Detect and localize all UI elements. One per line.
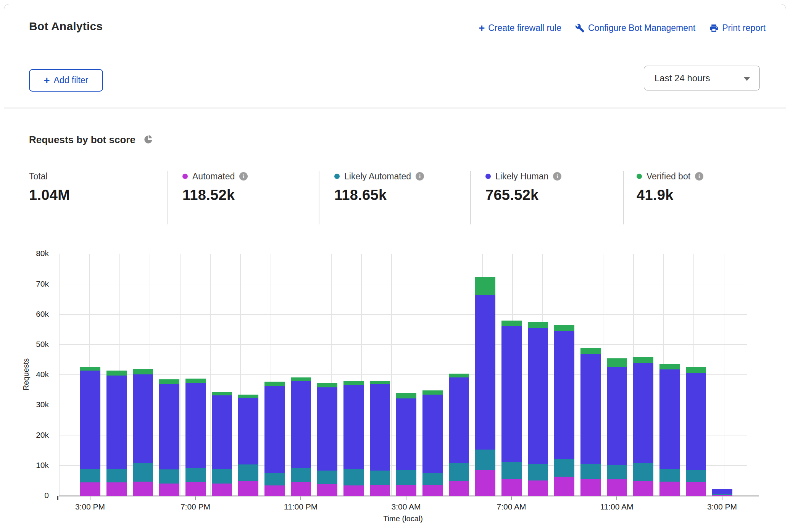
wrench-icon [575, 23, 585, 33]
bar-group[interactable] [475, 277, 495, 496]
bar-segment-verified-bot [291, 377, 311, 381]
bar-segment-likely-human [106, 376, 127, 469]
bar-group[interactable] [264, 382, 285, 496]
bar-segment-verified-bot [422, 390, 443, 395]
bar-segment-likely-human [686, 373, 706, 470]
bar-segment-likely-automated [607, 465, 627, 479]
info-icon[interactable]: i [553, 172, 561, 181]
printer-icon [709, 23, 719, 33]
stat-divider [167, 171, 168, 224]
bar-segment-verified-bot [659, 364, 680, 369]
configure-bot-management-link[interactable]: Configure Bot Management [575, 23, 695, 33]
gridline [59, 254, 747, 255]
bar-segment-likely-human [712, 489, 732, 494]
bar-segment-automated [449, 481, 469, 496]
bar-group[interactable] [686, 367, 706, 496]
bar-group[interactable] [238, 395, 258, 496]
bar-segment-likely-automated [159, 469, 179, 483]
print-report-link[interactable]: Print report [709, 23, 766, 33]
y-axis-tick-label: 40k [0, 370, 49, 379]
bar-group[interactable] [633, 357, 653, 496]
stat-likely-automated-value: 118.65k [334, 187, 424, 203]
time-range-value: Last 24 hours [655, 73, 710, 84]
stat-divider [470, 171, 471, 224]
x-axis-tick-label: 3:00 PM [695, 502, 749, 511]
bar-group[interactable] [291, 377, 311, 496]
bar-group[interactable] [580, 348, 601, 496]
bar-segment-likely-automated [554, 459, 574, 477]
stat-automated-value: 118.52k [182, 187, 248, 203]
stat-likely-human: Likely Human i 765.52k [485, 171, 561, 203]
x-axis-title: Time (local) [376, 514, 430, 523]
info-icon[interactable]: i [239, 172, 248, 181]
bar-segment-verified-bot [633, 357, 653, 363]
likely-automated-legend-dot [334, 174, 340, 179]
bar-segment-verified-bot [212, 392, 232, 396]
stat-divider [623, 171, 624, 224]
bar-segment-likely-human [133, 374, 153, 463]
bar-segment-likely-automated [80, 469, 100, 482]
bar-group[interactable] [501, 321, 522, 496]
bar-segment-likely-human [580, 354, 601, 464]
bar-segment-verified-bot [607, 358, 627, 367]
time-range-select[interactable]: Last 24 hours [644, 66, 760, 90]
x-axis-tick [406, 497, 406, 500]
bar-group[interactable] [607, 358, 627, 496]
bar-segment-verified-bot [317, 383, 337, 387]
x-axis-tick-label: 11:00 AM [590, 502, 643, 511]
bar-segment-verified-bot [449, 374, 469, 377]
bar-group[interactable] [317, 383, 337, 496]
bar-segment-likely-human [185, 383, 206, 468]
bar-group[interactable] [212, 392, 232, 496]
stat-automated: Automated i 118.52k [182, 171, 248, 203]
bar-segment-automated [528, 480, 548, 496]
bar-segment-likely-automated [528, 464, 548, 480]
stat-divider [319, 171, 319, 224]
bar-segment-automated [106, 482, 127, 496]
info-icon[interactable]: i [695, 172, 703, 181]
bar-segment-likely-automated [238, 464, 258, 481]
bar-group[interactable] [449, 374, 469, 496]
add-filter-button[interactable]: + Add filter [29, 69, 103, 92]
x-axis-tick-label: 3:00 AM [379, 502, 433, 511]
bar-group[interactable] [396, 393, 416, 496]
bar-segment-verified-bot [370, 381, 390, 384]
info-icon[interactable]: i [416, 172, 424, 181]
bar-segment-automated [212, 484, 232, 496]
bar-group[interactable] [159, 379, 179, 496]
bar-group[interactable] [422, 390, 443, 496]
x-axis-tick [300, 497, 301, 500]
section-title: Requests by bot score [29, 134, 135, 146]
x-axis-tick-label: 3:00 PM [63, 502, 117, 511]
bar-group[interactable] [528, 322, 548, 496]
bar-group[interactable] [343, 381, 364, 496]
bar-group[interactable] [106, 371, 127, 496]
bar-segment-automated [238, 481, 258, 496]
bar-segment-verified-bot [159, 379, 179, 384]
stat-verified-bot-value: 41.9k [637, 187, 703, 203]
gridline [59, 344, 747, 345]
bar-group[interactable] [185, 379, 206, 496]
bar-segment-likely-human [396, 398, 416, 470]
bar-group[interactable] [80, 367, 100, 496]
stat-likely-automated: Likely Automated i 118.65k [334, 171, 424, 203]
bar-segment-automated [159, 484, 179, 496]
bar-segment-automated [501, 479, 522, 496]
bar-segment-likely-automated [264, 473, 285, 485]
bar-segment-likely-automated [422, 473, 443, 485]
y-axis-tick-label: 60k [0, 310, 49, 319]
bar-segment-likely-human [343, 385, 364, 469]
create-firewall-rule-link[interactable]: + Create firewall rule [479, 23, 561, 33]
bar-segment-automated [264, 485, 285, 496]
bar-group[interactable] [370, 381, 390, 496]
bar-segment-automated [712, 495, 732, 496]
bar-group[interactable] [554, 325, 574, 496]
y-axis-tick-label: 10k [0, 461, 49, 470]
bar-segment-likely-human [449, 377, 469, 463]
bar-segment-likely-human [238, 398, 258, 464]
bar-group[interactable] [659, 364, 680, 496]
bar-group[interactable] [133, 369, 153, 496]
page-title: Bot Analytics [29, 20, 103, 33]
stat-likely-human-label: Likely Human [495, 171, 548, 182]
bar-group[interactable] [712, 489, 732, 496]
